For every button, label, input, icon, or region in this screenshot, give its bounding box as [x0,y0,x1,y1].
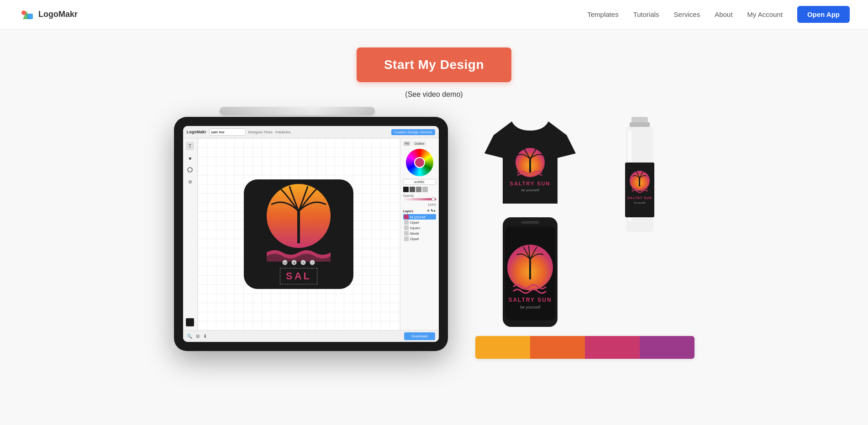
color-wheel[interactable] [406,149,433,176]
svg-point-3 [188,168,192,172]
svg-rect-8 [529,158,531,173]
tablet-mockup: LogoMakr Designer Picks Fab&Hire Custom … [174,112,448,351]
bottle-mockup: SALTRY SUN be yourself [585,112,694,331]
logo-text: LogoMakr [38,10,78,19]
svg-text:be yourself: be yourself [634,201,645,204]
stylus [220,107,375,115]
text-element[interactable]: SAL [280,268,317,284]
app-right-panel: Fill Outline ac9d81 Opac [400,138,439,330]
layer-thumb [404,231,409,236]
panel-tabs: Fill Outline [403,141,436,146]
text-tool[interactable]: T [186,142,194,150]
hex-input[interactable]: ac9d81 [403,179,436,185]
grid-icon[interactable]: ⊞ [196,334,200,339]
svg-rect-25 [529,257,531,279]
swatch-dark[interactable] [410,187,415,192]
palette-swatch-pink [585,336,640,359]
palm-tree-svg [267,184,331,248]
opacity-bar[interactable] [403,198,436,200]
layers-section: Layers ✕ ✎ ▸ be yourself Clipart [403,209,436,241]
color-swatch-tool[interactable] [186,318,194,326]
svg-rect-17 [639,177,640,186]
svg-text:be yourself: be yourself [521,188,539,192]
logo-icon [18,6,35,23]
tablet-screen: LogoMakr Designer Picks Fab&Hire Custom … [183,126,439,342]
layer-name: Clipart [410,237,419,241]
square-tool[interactable]: ■ [186,154,194,162]
fill-tab[interactable]: Fill [403,141,411,146]
layer-item-square[interactable]: Square [403,225,436,231]
layer-name: Abode [410,232,419,235]
layers-header: Layers ✕ ✎ ▸ [403,209,436,213]
nav-services[interactable]: Services [674,10,700,18]
sun-circle [267,184,331,248]
svg-rect-4 [187,319,193,325]
svg-text:be yourself: be yourself [520,305,541,310]
nav-about[interactable]: About [715,10,732,18]
canvas-area[interactable]: ⟺ ✥ ✎ × SAL [198,138,400,330]
text-handles-top: ⟺ ✥ ✎ × [282,260,315,265]
color-swatches [403,187,436,192]
svg-rect-5 [297,209,300,243]
bottom-icons: 🔍 ⊞ ⬇ [187,334,207,339]
opacity-value: 100% [403,203,436,206]
content-row: LogoMakr Designer Picks Fab&Hire Custom … [115,112,754,377]
layer-item-clipart-1[interactable]: Clipart [403,220,436,225]
app-search-input[interactable] [209,128,246,136]
download-icon-small[interactable]: ⬇ [203,334,207,339]
circle-tool[interactable] [186,166,194,174]
opacity-thumb[interactable] [431,197,435,201]
layer-name: Clipart [410,221,419,224]
layer-item-clipart-2[interactable]: Clipart [403,236,436,241]
opacity-label: Opacity [403,194,436,197]
swatch-grey[interactable] [416,187,421,192]
outline-tab[interactable]: Outline [412,141,426,146]
layer-thumb [404,226,409,230]
svg-text:SALTRY SUN: SALTRY SUN [510,181,550,186]
layer-thumb [404,220,409,225]
layer-name: Square [410,226,421,230]
app-sidebar: T ■ ⚙ [183,138,198,330]
download-button-small[interactable]: Download [404,332,435,340]
layer-item-be-yourself[interactable]: be yourself [403,214,436,220]
logo-link[interactable]: LogoMakr [18,6,78,23]
app-logo-small: LogoMakr [187,130,206,134]
layer-name: be yourself [410,215,426,219]
palette-swatch-purple [640,336,694,359]
handle-edit[interactable]: ✎ [300,260,306,265]
tshirt-svg: SALTRY SUN be yourself [480,117,580,208]
nav-tutorials[interactable]: Tutorials [633,10,659,18]
svg-text:SALTRY SUN: SALTRY SUN [627,196,652,199]
app-bottom-bar: 🔍 ⊞ ⬇ Download [183,330,439,342]
text-selection-container: ⟺ ✥ ✎ × SAL [280,264,317,284]
svg-rect-1 [27,14,33,19]
handle-flip[interactable]: ⟺ [282,260,288,265]
favorites: Fab&Hire [275,130,291,134]
mockups-area: SALTRY SUN be yourself [475,112,694,359]
designer-picks: Designer Picks [248,130,273,134]
layer-item-abode[interactable]: Abode [403,231,436,236]
svg-rect-21 [521,221,539,224]
custom-design-service-btn[interactable]: Custom Design Service [391,129,435,135]
app-topbar-left: LogoMakr Designer Picks Fab&Hire [187,128,291,136]
mockups-grid: SALTRY SUN be yourself [475,112,694,331]
palette-swatch-orange [530,336,585,359]
layer-thumb [404,215,409,219]
nav-my-account[interactable]: My Account [747,10,783,18]
tshirt-mockup: SALTRY SUN be yourself [475,112,585,213]
app-content: T ■ ⚙ [183,138,439,330]
phone-mockup: SALTRY SUN be yourself [475,213,585,331]
swatch-black[interactable] [403,187,409,192]
open-app-button[interactable]: Open App [797,6,850,23]
start-design-button[interactable]: Start My Design [357,47,511,82]
svg-text:SALTRY SUN: SALTRY SUN [508,297,552,303]
nav-templates[interactable]: Templates [587,10,618,18]
layers-label: Layers [403,210,414,213]
handle-move[interactable]: ✥ [291,260,297,265]
zoom-icon[interactable]: 🔍 [187,334,192,339]
palette-swatch-gold [475,336,530,359]
swatch-light[interactable] [422,187,428,192]
settings-tool[interactable]: ⚙ [186,178,194,186]
handle-delete[interactable]: × [310,260,315,265]
video-demo-link[interactable]: (See video demo) [405,90,463,99]
